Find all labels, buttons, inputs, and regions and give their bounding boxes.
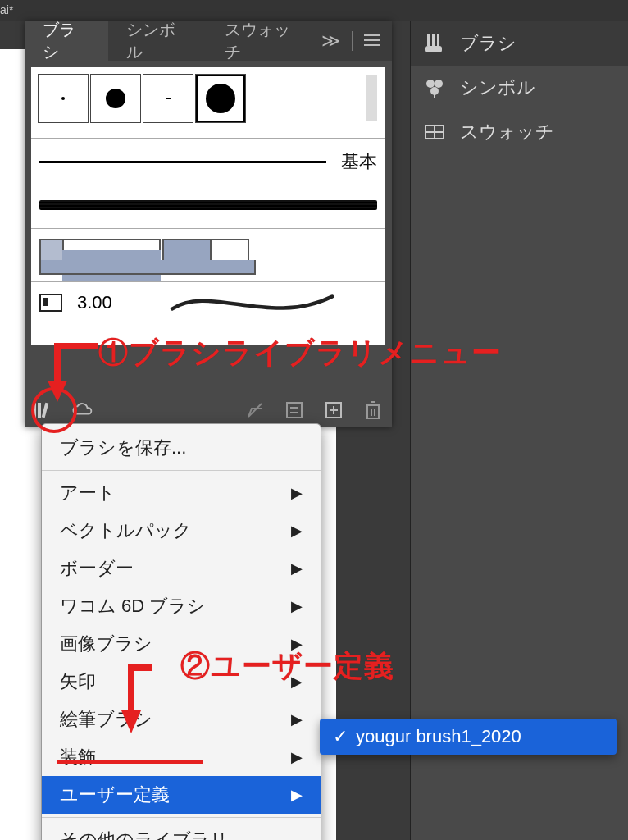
submenu-arrow-icon: ▶ bbox=[291, 559, 303, 578]
svg-rect-7 bbox=[434, 94, 435, 98]
brush-thumb[interactable] bbox=[90, 74, 141, 123]
brush-row-texture[interactable] bbox=[31, 185, 385, 228]
menu-separator bbox=[42, 817, 321, 818]
brush-library-dropdown: ブラシを保存... アート▶ ベクトルパック▶ ボーダー▶ ワコム 6D ブラシ… bbox=[41, 423, 321, 840]
side-item-symbol[interactable]: シンボル bbox=[411, 66, 628, 110]
panel-footer bbox=[25, 393, 392, 427]
calligraphy-wave-preview bbox=[127, 290, 377, 315]
annotation-underline bbox=[57, 760, 203, 764]
remove-stroke-button[interactable] bbox=[244, 399, 266, 421]
annotation-circle bbox=[31, 387, 77, 433]
menu-item-label: ブラシを保存... bbox=[60, 436, 186, 460]
menu-item-user-defined[interactable]: ユーザー定義▶ bbox=[42, 776, 321, 814]
svg-rect-2 bbox=[437, 34, 439, 46]
svg-rect-1 bbox=[432, 34, 435, 46]
menu-item-label: その他のライブラリ... bbox=[60, 828, 243, 840]
menu-item-label: 絵筆ブラシ bbox=[60, 707, 152, 732]
new-brush-button[interactable] bbox=[323, 399, 344, 421]
annotation-text-1: ①ブラシライブラリメニュー bbox=[98, 333, 502, 373]
brush-thumb[interactable] bbox=[143, 74, 193, 123]
brush-list-area: 基本 3.00 bbox=[31, 67, 385, 345]
menu-item-label: ベクトルパック bbox=[60, 518, 192, 543]
divider bbox=[352, 31, 353, 51]
annotation-text-2: ②ユーザー定義 bbox=[180, 646, 394, 687]
brush-icon bbox=[422, 31, 447, 56]
menu-item-decorative[interactable]: 装飾▶ bbox=[42, 738, 321, 776]
menu-separator bbox=[42, 470, 321, 471]
brush-row-pattern[interactable] bbox=[31, 228, 385, 281]
brush-row-calligraphy[interactable]: 3.00 bbox=[31, 281, 385, 323]
submenu-arrow-icon: ▶ bbox=[291, 597, 303, 615]
submenu-item-label: yougur brush1_2020 bbox=[356, 726, 521, 747]
submenu-user-defined[interactable]: ✓ yougur brush1_2020 bbox=[320, 719, 617, 755]
side-item-label: シンボル bbox=[460, 75, 535, 100]
menu-item-label: 装飾 bbox=[60, 745, 96, 769]
menu-item-label: 画像ブラシ bbox=[60, 632, 152, 656]
title-bar: ai* bbox=[0, 0, 628, 21]
menu-item-save-brush[interactable]: ブラシを保存... bbox=[42, 429, 321, 467]
menu-item-border[interactable]: ボーダー▶ bbox=[42, 550, 321, 587]
side-item-label: ブラシ bbox=[460, 31, 517, 56]
menu-item-art[interactable]: アート▶ bbox=[42, 474, 321, 512]
svg-point-4 bbox=[426, 80, 435, 88]
tab-overflow-button[interactable]: ≫ bbox=[321, 30, 340, 52]
menu-item-label: ワコム 6D ブラシ bbox=[60, 594, 206, 619]
menu-item-label: アート bbox=[60, 481, 116, 505]
svg-rect-0 bbox=[427, 34, 430, 46]
menu-item-vectorpack[interactable]: ベクトルパック▶ bbox=[42, 512, 321, 550]
tab-symbol[interactable]: シンボル bbox=[108, 21, 207, 61]
side-item-label: スウォッチ bbox=[460, 120, 554, 144]
submenu-arrow-icon: ▶ bbox=[291, 484, 303, 502]
svg-rect-18 bbox=[287, 403, 302, 418]
panel-menu-button[interactable] bbox=[364, 30, 380, 52]
svg-rect-3 bbox=[425, 46, 442, 52]
side-item-brush[interactable]: ブラシ bbox=[411, 21, 628, 66]
svg-rect-24 bbox=[367, 405, 379, 418]
menu-item-paintbrush[interactable]: 絵筆ブラシ▶ bbox=[42, 701, 321, 738]
submenu-arrow-icon: ▶ bbox=[291, 748, 303, 766]
calligraphy-value: 3.00 bbox=[77, 292, 112, 313]
tab-swatch[interactable]: スウォッチ bbox=[207, 21, 321, 61]
scroll-area[interactable] bbox=[366, 75, 377, 121]
checkmark-icon: ✓ bbox=[333, 726, 348, 747]
submenu-arrow-icon: ▶ bbox=[291, 522, 303, 540]
file-name-label: ai* bbox=[0, 3, 13, 16]
calligraphy-icon bbox=[39, 294, 62, 312]
brush-options-button[interactable] bbox=[284, 399, 305, 421]
svg-point-5 bbox=[435, 80, 443, 88]
brush-row-basic[interactable]: 基本 bbox=[31, 138, 385, 185]
basic-line-preview bbox=[39, 161, 326, 163]
side-panel: ブラシ シンボル スウォッチ bbox=[410, 21, 628, 840]
panel-tabs: ブラシ シンボル スウォッチ ≫ bbox=[25, 21, 392, 61]
basic-label: 基本 bbox=[341, 149, 377, 174]
submenu-arrow-icon: ▶ bbox=[291, 710, 303, 728]
texture-preview bbox=[39, 200, 377, 210]
menu-item-label: ユーザー定義 bbox=[60, 783, 170, 807]
brush-thumb[interactable] bbox=[38, 74, 89, 123]
swatch-icon bbox=[422, 120, 447, 144]
symbol-icon bbox=[422, 75, 447, 100]
delete-brush-button[interactable] bbox=[362, 399, 384, 421]
menu-item-label: 矢印 bbox=[60, 669, 96, 694]
menu-item-label: ボーダー bbox=[60, 556, 134, 581]
side-item-swatch[interactable]: スウォッチ bbox=[411, 110, 628, 154]
app-stage: ai* ブラシ シンボル スウォッチ ブラシ シンボル スウォッチ bbox=[0, 0, 628, 840]
brush-thumb-selected[interactable] bbox=[195, 74, 246, 123]
menu-item-other-libraries[interactable]: その他のライブラリ... bbox=[42, 821, 321, 840]
menu-item-wacom-6d[interactable]: ワコム 6D ブラシ▶ bbox=[42, 587, 321, 625]
submenu-arrow-icon: ▶ bbox=[291, 786, 303, 804]
tab-brush[interactable]: ブラシ bbox=[25, 21, 108, 61]
